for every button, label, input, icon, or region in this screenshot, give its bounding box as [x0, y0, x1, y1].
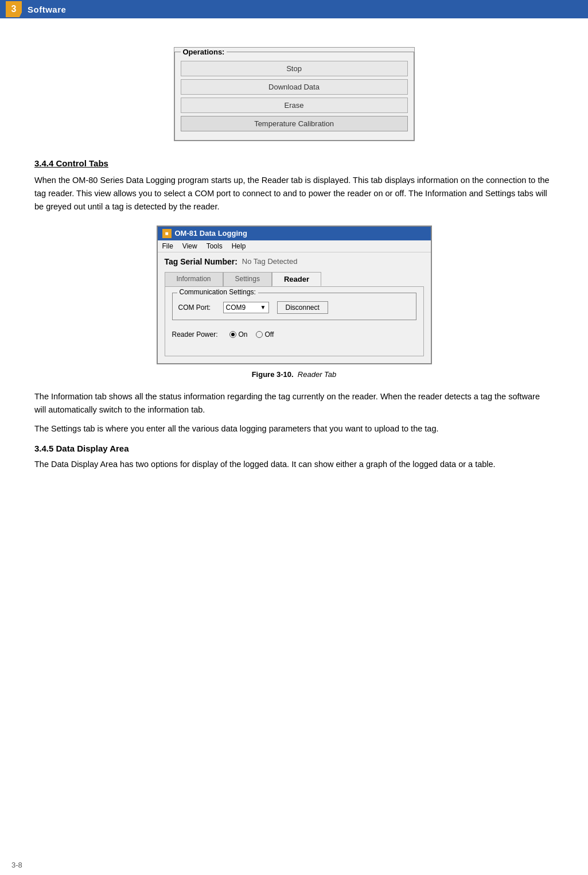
reader-power-label: Reader Power:: [172, 330, 229, 339]
tag-serial-label: Tag Serial Number:: [165, 257, 237, 266]
radio-on[interactable]: On: [229, 330, 248, 339]
radio-on-circle: [229, 331, 236, 338]
section-344-paragraph1: When the OM-80 Series Data Logging progr…: [34, 174, 554, 214]
disconnect-button[interactable]: Disconnect: [277, 301, 328, 314]
tab-information[interactable]: Information: [165, 272, 223, 286]
section-345-paragraph: The Data Display Area has two options fo…: [34, 458, 554, 471]
chapter-number: 3: [6, 1, 22, 17]
page-number: 3-8: [11, 861, 22, 869]
dropdown-arrow-icon: ▼: [260, 304, 266, 310]
com-port-label: COM Port:: [178, 304, 219, 312]
tab-settings[interactable]: Settings: [223, 272, 272, 286]
tag-serial-row: Tag Serial Number: No Tag Detected: [165, 257, 424, 266]
comm-settings-box: Communication Settings: COM Port: COM9 ▼…: [172, 293, 416, 320]
radio-on-label: On: [239, 330, 248, 339]
header-title: Software: [28, 5, 66, 14]
settings-paragraph: The Settings tab is where you enter all …: [34, 422, 554, 435]
header-bar: 3 Software: [0, 0, 588, 18]
figure-caption: Figure 3-10. Reader Tab: [34, 370, 554, 379]
figure-title: Reader Tab: [298, 370, 336, 379]
tab-content: Communication Settings: COM Port: COM9 ▼…: [165, 286, 424, 356]
section-344-heading: 3.4.4 Control Tabs: [34, 158, 554, 168]
com-port-value: COM9: [226, 304, 246, 312]
com-port-row: COM Port: COM9 ▼ Disconnect: [178, 301, 410, 314]
operations-fieldset: Operations: Stop Download Data Erase Tem…: [174, 48, 414, 141]
reader-menubar: File View Tools Help: [158, 240, 431, 252]
info-paragraph: The Information tab shows all the status…: [34, 390, 554, 417]
reader-body: Tag Serial Number: No Tag Detected Infor…: [158, 252, 431, 363]
figure-label: Figure 3-10.: [252, 370, 294, 379]
erase-button[interactable]: Erase: [181, 98, 408, 113]
radio-off-circle: [256, 331, 263, 338]
menu-help[interactable]: Help: [232, 242, 246, 250]
radio-off[interactable]: Off: [256, 330, 274, 339]
comm-settings-title: Communication Settings:: [177, 288, 258, 296]
radio-group: On Off: [229, 330, 274, 339]
menu-view[interactable]: View: [182, 242, 197, 250]
stop-button[interactable]: Stop: [181, 61, 408, 76]
page-footer: 3-8: [11, 861, 22, 869]
section-345-heading: 3.4.5 Data Display Area: [34, 444, 554, 453]
menu-tools[interactable]: Tools: [207, 242, 223, 250]
download-data-button[interactable]: Download Data: [181, 79, 408, 95]
reader-window: ■ OM-81 Data Logging File View Tools Hel…: [157, 225, 432, 364]
tab-reader[interactable]: Reader: [272, 272, 321, 286]
operations-screenshot: Operations: Stop Download Data Erase Tem…: [34, 47, 554, 141]
reader-window-title: OM-81 Data Logging: [175, 229, 247, 238]
com-port-select[interactable]: COM9 ▼: [223, 302, 269, 313]
reader-titlebar: ■ OM-81 Data Logging: [158, 227, 431, 240]
tabs-row: Information Settings Reader: [165, 272, 424, 286]
reader-tab-screenshot: ■ OM-81 Data Logging File View Tools Hel…: [34, 225, 554, 364]
operations-title: Operations:: [181, 48, 227, 56]
tag-serial-value: No Tag Detected: [242, 257, 298, 266]
radio-off-label: Off: [265, 330, 274, 339]
app-icon: ■: [162, 229, 172, 238]
menu-file[interactable]: File: [162, 242, 173, 250]
temperature-calibration-button[interactable]: Temperature Calibration: [181, 116, 408, 131]
reader-power-row: Reader Power: On Off: [172, 330, 416, 339]
main-content: Operations: Stop Download Data Erase Tem…: [0, 18, 588, 494]
